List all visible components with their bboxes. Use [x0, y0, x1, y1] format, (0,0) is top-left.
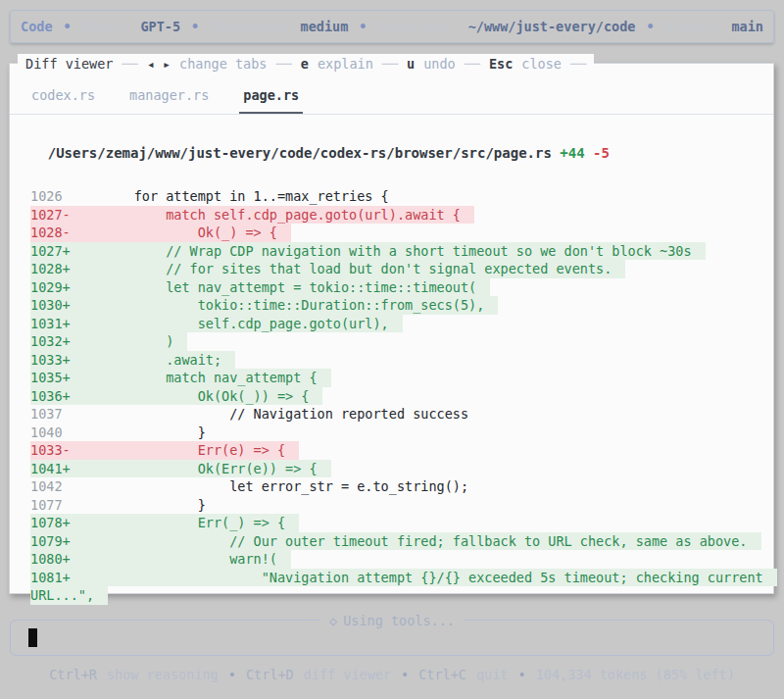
line-number: 1035+ — [30, 370, 71, 385]
line-number: 1033- — [30, 442, 71, 458]
diff-line: 1028- Ok(_) => { — [10, 224, 773, 242]
diff-file-path-row: /Users/zemaj/www/just-every/code/codex-r… — [10, 115, 773, 187]
shortcut-key: Ctrl+R — [49, 667, 97, 682]
line-code: match nav_attempt { — [71, 370, 318, 385]
line-code: Ok(Ok(_)) => { — [71, 388, 310, 404]
line-code: warn!( — [71, 551, 277, 567]
top-status-bar: Code•Model:GPT-5•Reasoning:medium•Direct… — [10, 10, 774, 43]
shortcut-text: show reasoning — [107, 667, 219, 682]
line-code: match self.cdp_page.goto(url).await { — [71, 207, 461, 223]
diamond-icon: ◇ — [329, 613, 337, 628]
line-number: 1031+ — [30, 316, 71, 331]
line-code: tokio::time::Duration::from_secs(5), — [71, 297, 485, 313]
line-code: Err(_) => { — [71, 515, 285, 530]
hint-key: u — [407, 56, 415, 72]
tab-manager-rs[interactable]: manager.rs — [125, 85, 213, 114]
line-number: 1029+ — [30, 279, 71, 295]
line-code: // for sites that load but don't signal … — [71, 261, 612, 276]
diff-line: 1040 } — [10, 424, 773, 442]
status-label: Model: — [82, 19, 130, 34]
line-number: 1027+ — [30, 243, 71, 259]
status-value: ~/www/just-every/code — [468, 19, 636, 34]
bullet-separator: • — [401, 667, 409, 682]
bullet-separator: • — [359, 19, 367, 34]
diff-line: 1041+ Ok(Err(e)) => { — [10, 460, 773, 478]
status-text: Using tools... — [343, 613, 455, 628]
line-code: // Navigation reported success — [71, 406, 468, 422]
text-cursor — [28, 628, 37, 647]
tab-page-rs[interactable]: page.rs — [239, 85, 303, 114]
line-code: Ok(_) => { — [71, 225, 277, 240]
hint-action: explain — [318, 56, 373, 72]
status-value: medium — [301, 19, 349, 34]
line-code: Err(e) => { — [71, 442, 285, 458]
shortcut-text: diff viewer — [304, 667, 391, 682]
line-number: 1027- — [30, 207, 71, 223]
line-number: 1079+ — [30, 533, 71, 549]
line-number: 1030+ — [30, 297, 71, 313]
line-code: for attempt in 1..=max_retries { — [71, 188, 389, 204]
line-number: 1077 — [30, 497, 71, 513]
diff-line: 1077 } — [10, 496, 773, 515]
line-number: 1026 — [30, 188, 71, 204]
diff-line: 1027- match self.cdp_page.goto(url).awai… — [10, 206, 773, 225]
line-code: .await; — [71, 352, 221, 368]
diff-line: 1042 let error_str = e.to_string(); — [10, 477, 773, 496]
diff-line: URL...", — [10, 586, 773, 605]
line-number: 1036+ — [30, 388, 71, 404]
line-code: URL...", — [30, 587, 94, 603]
line-number: 1078+ — [30, 515, 71, 530]
diff-line: 1080+ warn!( — [10, 550, 773, 569]
shortcut-text: 104,334 tokens (85% left) — [536, 667, 735, 682]
shortcut-key: Ctrl+C — [418, 667, 466, 682]
hint-separator: ── — [122, 56, 137, 72]
composer-input[interactable]: ◇Using tools... — [10, 620, 774, 656]
line-code: } — [71, 497, 206, 513]
diff-line: 1026 for attempt in 1..=max_retries { — [10, 187, 773, 206]
additions-count: +44 — [560, 145, 584, 161]
diff-line: 1027+ // Wrap CDP navigation with a shor… — [10, 242, 773, 261]
hint-action: change tabs — [179, 56, 267, 72]
diff-line: 1028+ // for sites that load but don't s… — [10, 260, 773, 278]
diff-line: 1078+ Err(_) => { — [10, 514, 773, 532]
diff-line: 1035+ match nav_attempt { — [10, 369, 773, 387]
status-value: GPT-5 — [140, 19, 180, 34]
diff-line: 1036+ Ok(Ok(_)) => { — [10, 387, 773, 406]
shortcut-key: Ctrl+D — [246, 667, 294, 682]
hint-separator: ── — [275, 56, 291, 72]
line-code: // Our outer timeout fired; fallback to … — [71, 533, 748, 549]
diff-content: 1026 for attempt in 1..=max_retries {102… — [10, 187, 773, 605]
bullet-separator: • — [518, 667, 526, 682]
tab-arrows-icon: ◂ ▸ — [147, 56, 171, 72]
status-label: Directory: — [377, 19, 457, 34]
line-code: // Wrap CDP navigation with a short time… — [71, 243, 692, 259]
file-path: /Users/zemaj/www/just-every/code/codex-r… — [48, 145, 552, 161]
line-code: ) — [71, 333, 174, 349]
line-number: 1033+ — [30, 352, 71, 368]
diff-line: 1031+ self.cdp_page.goto(url), — [10, 315, 773, 333]
line-code: let error_str = e.to_string(); — [71, 478, 468, 494]
diff-line: 1037 // Navigation reported success — [10, 405, 773, 424]
footer-shortcuts: Ctrl+Rshow reasoning•Ctrl+Ddiff viewer•C… — [0, 667, 784, 682]
diff-line: 1033- Err(e) => { — [10, 441, 773, 460]
status-indicator: ◇Using tools... — [320, 612, 464, 629]
bullet-separator: • — [64, 19, 72, 34]
line-number: 1080+ — [30, 551, 71, 567]
shortcut-text: quit — [476, 667, 509, 682]
diff-viewer-panel: Diff viewer──◂ ▸change tabs──eexplain──u… — [9, 63, 774, 594]
diff-line: 1081+ "Navigation attempt {}/{} exceeded… — [10, 569, 773, 587]
hint-key: Esc — [489, 56, 513, 72]
diff-viewer-header: Diff viewer──◂ ▸change tabs──eexplain──u… — [18, 54, 594, 74]
line-code: let nav_attempt = tokio::time::timeout( — [71, 279, 477, 295]
diff-viewer-title: Diff viewer — [25, 56, 113, 72]
tab-codex-rs[interactable]: codex.rs — [27, 85, 99, 114]
line-number: 1037 — [30, 406, 71, 422]
hint-separator: ── — [570, 56, 586, 72]
line-number: 1032+ — [30, 333, 71, 349]
line-number: 1028- — [30, 225, 71, 240]
bullet-separator: • — [228, 667, 236, 682]
line-number: 1042 — [30, 478, 71, 494]
hint-key: e — [301, 56, 309, 72]
line-number: 1081+ — [30, 570, 71, 585]
hint-separator: ── — [465, 56, 480, 72]
